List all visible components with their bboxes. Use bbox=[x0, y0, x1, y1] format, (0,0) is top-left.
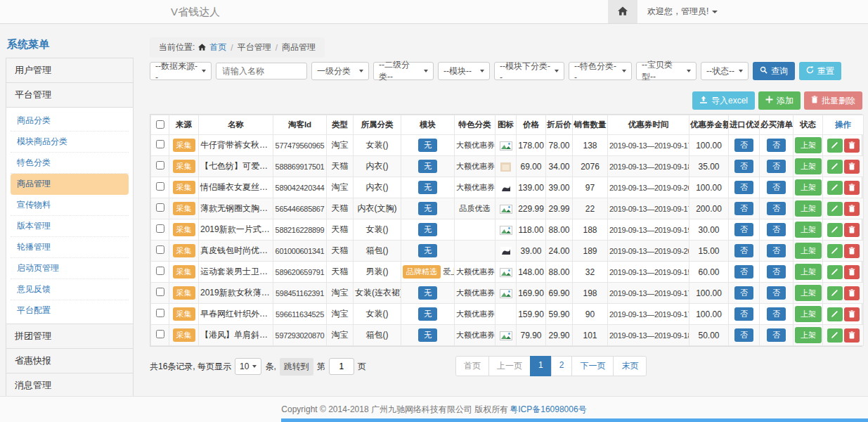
sidebar-group-group-buy-mgmt[interactable]: 拼团管理 bbox=[6, 324, 134, 349]
page-size-select[interactable]: 10 bbox=[235, 358, 261, 375]
must-buy-toggle[interactable]: 否 bbox=[767, 223, 786, 236]
sidebar-item-module-goods-category[interactable]: 模块商品分类 bbox=[11, 132, 129, 153]
page-button[interactable]: 首页 bbox=[455, 356, 489, 376]
status-button[interactable]: 上架 bbox=[795, 327, 822, 343]
filter-select-feature-category[interactable]: --特色分类-- bbox=[569, 62, 632, 80]
must-buy-toggle[interactable]: 否 bbox=[767, 328, 786, 342]
import-select-toggle[interactable]: 否 bbox=[734, 160, 753, 173]
delete-button[interactable] bbox=[844, 181, 860, 195]
sidebar-group-saving-news[interactable]: 省惠快报 bbox=[6, 348, 134, 373]
row-checkbox[interactable] bbox=[156, 330, 164, 338]
page-button[interactable]: 末页 bbox=[613, 356, 647, 376]
status-button[interactable]: 上架 bbox=[795, 243, 822, 259]
status-button[interactable]: 上架 bbox=[795, 158, 822, 174]
horizontal-scrollbar[interactable] bbox=[281, 418, 868, 422]
filter-select-module[interactable]: --模块-- bbox=[438, 62, 490, 80]
status-button[interactable]: 上架 bbox=[795, 200, 822, 217]
import-excel-button[interactable]: 导入excel bbox=[692, 91, 755, 110]
edit-button[interactable] bbox=[827, 307, 843, 321]
row-checkbox[interactable] bbox=[156, 288, 164, 296]
edit-button[interactable] bbox=[827, 202, 843, 216]
delete-button[interactable] bbox=[844, 223, 860, 237]
filter-select-status[interactable]: --状态-- bbox=[701, 62, 749, 80]
status-button[interactable]: 上架 bbox=[795, 222, 822, 238]
must-buy-toggle[interactable]: 否 bbox=[767, 265, 786, 279]
user-menu[interactable]: 欢迎您，管理员! bbox=[637, 6, 727, 18]
sidebar-item-feature-category[interactable]: 特色分类 bbox=[11, 153, 129, 174]
filter-select-level2-category[interactable]: --二级分类-- bbox=[373, 62, 434, 80]
status-button[interactable]: 上架 bbox=[795, 285, 822, 301]
edit-button[interactable] bbox=[827, 244, 843, 258]
delete-button[interactable] bbox=[844, 286, 860, 300]
import-select-toggle[interactable]: 否 bbox=[734, 265, 753, 279]
sidebar-group-message-mgmt[interactable]: 消息管理 bbox=[6, 373, 134, 398]
home-button[interactable] bbox=[608, 0, 637, 23]
sidebar-item-goods-category[interactable]: 商品分类 bbox=[11, 110, 129, 132]
batch-delete-button[interactable]: 批量删除 bbox=[804, 91, 862, 110]
import-select-toggle[interactable]: 否 bbox=[734, 307, 753, 321]
sidebar-item-feedback[interactable]: 意见反馈 bbox=[11, 279, 129, 300]
jump-to-button[interactable]: 跳转到 bbox=[280, 358, 313, 376]
delete-button[interactable] bbox=[844, 328, 860, 343]
filter-select-module-subcategory[interactable]: --模块下分类-- bbox=[494, 62, 564, 80]
row-checkbox[interactable] bbox=[156, 161, 164, 170]
row-checkbox[interactable] bbox=[156, 267, 164, 275]
must-buy-toggle[interactable]: 否 bbox=[767, 307, 786, 321]
search-button[interactable]: 查询 bbox=[753, 62, 795, 80]
delete-button[interactable] bbox=[844, 307, 860, 321]
edit-button[interactable] bbox=[827, 181, 843, 195]
page-button[interactable]: 下一页 bbox=[571, 356, 614, 376]
edit-button[interactable] bbox=[827, 286, 843, 300]
sidebar-item-promo-material[interactable]: 宣传物料 bbox=[11, 195, 129, 216]
filter-select-data-source[interactable]: --数据来源-- bbox=[150, 62, 212, 80]
import-select-toggle[interactable]: 否 bbox=[734, 202, 753, 215]
sidebar-item-version-mgmt[interactable]: 版本管理 bbox=[11, 216, 129, 237]
import-select-toggle[interactable]: 否 bbox=[734, 244, 753, 257]
edit-button[interactable] bbox=[827, 265, 843, 279]
status-button[interactable]: 上架 bbox=[795, 306, 822, 322]
delete-button[interactable] bbox=[844, 202, 860, 216]
name-search-input[interactable] bbox=[216, 63, 307, 79]
edit-button[interactable] bbox=[827, 328, 843, 343]
page-button[interactable]: 2 bbox=[551, 356, 573, 376]
sidebar-item-platform-config[interactable]: 平台配置 bbox=[11, 300, 129, 321]
must-buy-toggle[interactable]: 否 bbox=[767, 139, 786, 152]
page-number-input[interactable] bbox=[329, 358, 354, 375]
select-all-checkbox[interactable] bbox=[156, 120, 164, 129]
row-checkbox[interactable] bbox=[156, 182, 164, 191]
row-checkbox[interactable] bbox=[156, 140, 164, 148]
row-checkbox[interactable] bbox=[156, 309, 164, 317]
delete-button[interactable] bbox=[844, 265, 860, 279]
row-checkbox[interactable] bbox=[156, 245, 164, 254]
must-buy-toggle[interactable]: 否 bbox=[767, 160, 786, 173]
delete-button[interactable] bbox=[844, 160, 860, 174]
must-buy-toggle[interactable]: 否 bbox=[767, 181, 786, 194]
sidebar-item-splash-mgmt[interactable]: 启动页管理 bbox=[11, 258, 129, 279]
delete-button[interactable] bbox=[844, 139, 860, 153]
delete-button[interactable] bbox=[844, 244, 860, 258]
import-select-toggle[interactable]: 否 bbox=[734, 328, 753, 342]
edit-button[interactable] bbox=[827, 160, 843, 174]
status-button[interactable]: 上架 bbox=[795, 264, 822, 280]
breadcrumb-home-link[interactable]: 首页 bbox=[209, 41, 226, 53]
import-select-toggle[interactable]: 否 bbox=[734, 286, 753, 300]
add-button[interactable]: 添加 bbox=[758, 91, 801, 110]
status-button[interactable]: 上架 bbox=[795, 137, 822, 153]
page-button[interactable]: 上一页 bbox=[488, 356, 531, 376]
row-checkbox[interactable] bbox=[156, 203, 164, 212]
status-button[interactable]: 上架 bbox=[795, 179, 822, 196]
sidebar-group-user-mgmt[interactable]: 用户管理 bbox=[6, 58, 134, 83]
import-select-toggle[interactable]: 否 bbox=[734, 181, 753, 194]
page-button[interactable]: 1 bbox=[530, 356, 552, 376]
icp-link[interactable]: 粤ICP备16098006号 bbox=[510, 404, 586, 416]
must-buy-toggle[interactable]: 否 bbox=[767, 202, 786, 215]
sidebar-item-carousel-mgmt[interactable]: 轮播管理 bbox=[11, 237, 129, 258]
must-buy-toggle[interactable]: 否 bbox=[767, 286, 786, 300]
must-buy-toggle[interactable]: 否 bbox=[767, 244, 786, 257]
import-select-toggle[interactable]: 否 bbox=[734, 139, 753, 152]
import-select-toggle[interactable]: 否 bbox=[734, 223, 753, 236]
edit-button[interactable] bbox=[827, 139, 843, 153]
edit-button[interactable] bbox=[827, 223, 843, 237]
sidebar-item-goods-mgmt[interactable]: 商品管理 bbox=[11, 174, 129, 195]
row-checkbox[interactable] bbox=[156, 224, 164, 233]
